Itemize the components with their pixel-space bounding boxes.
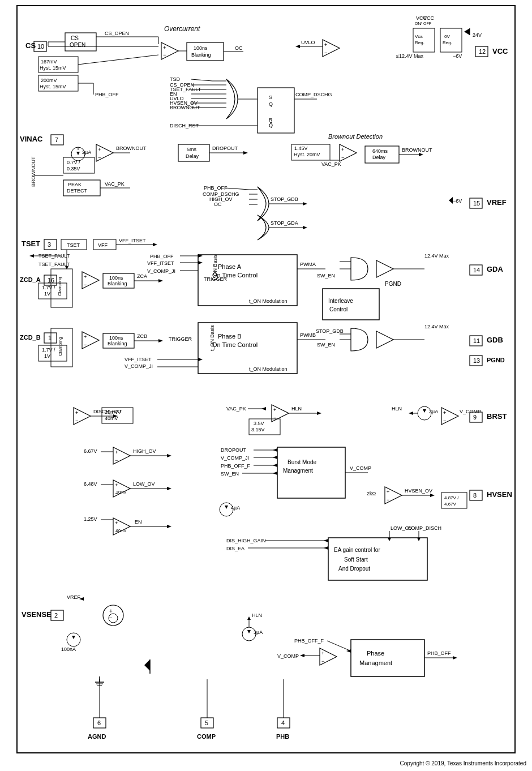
- ea-gain-label1: EA gain control for: [334, 547, 380, 553]
- vcomp-ji-b: V_COMP_JI: [125, 363, 153, 369]
- brownout-out2: BROWNOUT: [402, 147, 432, 153]
- vref-label: VREF: [487, 198, 507, 207]
- clamping-a: Clamping: [57, 277, 62, 296]
- pwma-sig: PWMA: [300, 262, 316, 267]
- phase-b-title: Phase B: [218, 333, 242, 340]
- svg-marker-77: [153, 243, 157, 246]
- v6-reg2: Reg.: [443, 40, 452, 45]
- pgnd-gda: PGND: [385, 281, 401, 287]
- v24v: 24V: [473, 32, 482, 38]
- hln-comp-plus: +: [273, 407, 276, 413]
- svg-marker-126: [409, 412, 413, 415]
- zcda-minus: −: [84, 282, 87, 288]
- phb-off-f-burst: PHB_OFF_F: [221, 463, 251, 469]
- pm-comp-minus: −: [321, 658, 324, 664]
- hln-brst: HLN: [392, 406, 402, 412]
- phb-off-a: PHB_OFF: [150, 254, 174, 259]
- vcc-off-sub2: OFF: [423, 22, 431, 25]
- v167mv: 167mV: [41, 59, 57, 65]
- brst-label: BRST: [487, 412, 507, 421]
- hvsen-ov-out: HVSEN_OV: [405, 488, 432, 494]
- comp-label: COMP: [197, 733, 216, 740]
- v3ua-brst: 3µA: [429, 409, 438, 414]
- cs-pin-number: 10: [37, 43, 44, 50]
- zcda-plus: +: [84, 274, 87, 280]
- hyst-60mv: 60mV: [116, 529, 127, 533]
- svg-marker-85: [158, 279, 163, 282]
- vff-block: VFF: [98, 242, 108, 248]
- sw-en-gda: SW_EN: [317, 273, 335, 279]
- vcomp-brst: V_COMP: [460, 409, 481, 414]
- v12v4-gda: 12.4V Max: [424, 253, 449, 259]
- ton-mod-a: t_ON Modulation: [249, 298, 288, 304]
- svg-marker-70: [303, 226, 307, 229]
- svg-marker-19: [295, 45, 300, 48]
- phase-a-title: Phase A: [218, 263, 242, 270]
- gdb-pin: 11: [473, 337, 480, 344]
- peak-det: PEAK: [68, 182, 81, 187]
- vcc-label: VCC: [492, 47, 508, 55]
- svg-marker-118: [261, 407, 266, 410]
- svg-marker-104: [198, 358, 203, 361]
- svg-marker-179: [247, 616, 251, 620]
- svg-marker-101: [158, 339, 163, 342]
- vinac-pin: 7: [55, 136, 58, 143]
- vinac-comp-plus: +: [98, 147, 101, 152]
- gda-pin: 14: [473, 267, 480, 273]
- v1v-b: 1V: [44, 353, 50, 359]
- svg-marker-139: [167, 525, 171, 528]
- trigger-a: TRIGGER: [204, 276, 228, 282]
- svg-rect-0: [17, 6, 515, 753]
- blank-100-b: 100ns: [109, 335, 123, 341]
- brst-comp-plus: +: [443, 410, 446, 416]
- gdb-label: GDB: [487, 336, 503, 344]
- bro-plus: +: [341, 147, 344, 152]
- peak-det2: DETECT: [67, 188, 88, 194]
- svg-marker-91: [376, 260, 393, 277]
- hln-sig: HLN: [291, 406, 302, 412]
- blanking-100ns: 100ns: [194, 45, 208, 51]
- v145v-hyst: Hyst. 20mV: [294, 152, 320, 157]
- trigger-b: TRIGGER: [169, 336, 192, 342]
- agnd-pin-box: 6: [97, 719, 101, 726]
- sw-en-gdb: SW_EN: [317, 342, 335, 348]
- v2ua: 2µA: [82, 149, 91, 155]
- v200mv-hyst: Hyst. 15mV: [40, 84, 66, 89]
- brownout-out: BROWNOUT: [116, 145, 147, 151]
- svg-marker-79: [29, 254, 34, 258]
- oc-or: OC: [214, 202, 222, 207]
- cs-open-signal: CS_OPEN: [105, 31, 129, 36]
- interleave-label2: Control: [329, 306, 347, 312]
- zcdb-plus: +: [84, 334, 87, 340]
- svg-marker-187: [453, 656, 457, 659]
- phb-label: PHB: [276, 733, 289, 740]
- phb-pin-box: 4: [281, 719, 285, 726]
- v3ua-hln: 3µA: [254, 629, 263, 635]
- ton-mod-b: t_ON Modulation: [249, 366, 288, 372]
- v12v4: ≤12.4V Max: [396, 53, 423, 59]
- v4ua: 4µA: [231, 505, 240, 511]
- tset-pin: 3: [48, 241, 51, 248]
- disch-plus: +: [75, 410, 78, 416]
- vcc-off-sub: /: [421, 22, 422, 25]
- vff-itset-a: VFF_ITSET: [147, 260, 174, 266]
- svg-marker-131: [167, 454, 171, 457]
- tsd-sig: TSD: [170, 76, 181, 82]
- zcdb-minus: −: [84, 342, 87, 348]
- v07v: 0.7V /: [67, 160, 80, 165]
- hvsen-plus: +: [387, 489, 389, 495]
- dropout-burst: DROPOUT: [221, 447, 247, 453]
- phb-off-f-pm: PHB_OFF_F: [294, 638, 324, 644]
- delay-5ms: 5ms: [187, 147, 197, 152]
- sr-qi-label: Q̄: [269, 122, 273, 128]
- blank-100-a: 100ns: [109, 275, 123, 281]
- disch-minus: −: [75, 418, 78, 423]
- v6-reg: 6V: [444, 34, 450, 39]
- zca-sig: ZCA: [137, 273, 147, 279]
- highov-minus: −: [115, 457, 118, 463]
- clamping-b: Clamping: [58, 337, 63, 356]
- low-ov-sig: LOW_OV: [133, 481, 155, 487]
- svg-marker-145: [273, 456, 277, 459]
- svg-marker-72: [449, 197, 453, 204]
- vsense-label: VSENSE: [22, 610, 52, 619]
